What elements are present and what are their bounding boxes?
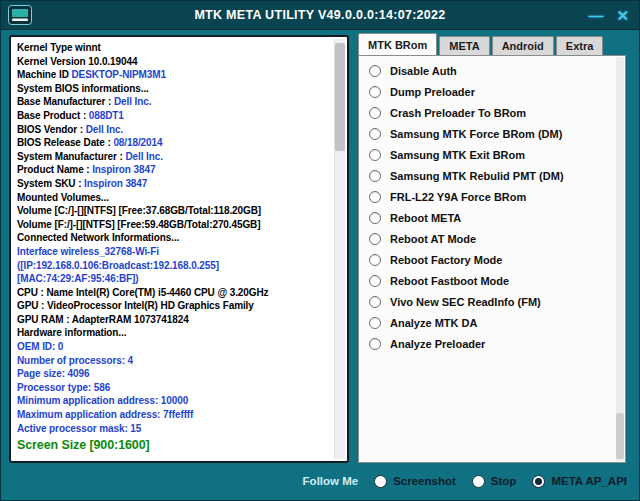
info-line: Volume [C:/]-[][NTFS] [Free:37.68GB/Tota…: [17, 204, 331, 218]
info-line: BIOS Vendor : Dell Inc.: [17, 123, 331, 137]
window-controls: — ✕: [588, 1, 629, 29]
radio-icon[interactable]: [369, 128, 381, 140]
info-line: Connected Network Informations...: [17, 231, 331, 245]
info-line: Kernel Version 10.0.19044: [17, 55, 331, 69]
option-reboot-meta[interactable]: Reboot META: [359, 207, 625, 228]
footer-radio-meta-ap-api[interactable]: META AP_API: [532, 475, 627, 488]
radio-icon[interactable]: [369, 212, 381, 224]
footer-radio-stop[interactable]: Stop: [472, 475, 517, 488]
close-button[interactable]: ✕: [616, 8, 629, 23]
option-label: Disable Auth: [390, 65, 457, 77]
radio-icon[interactable]: [369, 338, 381, 350]
tab-meta[interactable]: META: [439, 36, 489, 55]
system-info-lines: Kernel Type winntKernel Version 10.0.190…: [17, 41, 331, 458]
info-line: Machine ID DESKTOP-NIPM3M1: [17, 68, 331, 82]
info-line: Mounted Volumes...: [17, 191, 331, 205]
info-line: Minimum application address: 10000: [17, 394, 331, 408]
radio-icon[interactable]: [369, 191, 381, 203]
options-list: Disable AuthDump PreloaderCrash Preloade…: [359, 56, 625, 354]
footer-radio-label: Screenshot: [393, 475, 456, 487]
option-dump-preloader[interactable]: Dump Preloader: [359, 81, 625, 102]
radio-icon[interactable]: [369, 107, 381, 119]
window-title: MTK META UTILITY V49.0.0.0:14:07:2022: [1, 1, 639, 29]
option-reboot-at-mode[interactable]: Reboot AT Mode: [359, 228, 625, 249]
option-label: Reboot Fastboot Mode: [390, 275, 509, 287]
tab-strip: MTK BRomMETAAndroidExtra: [358, 34, 603, 55]
option-crash-preloader-to-brom[interactable]: Crash Preloader To BRom: [359, 102, 625, 123]
info-line: System SKU : Inspiron 3847: [17, 177, 331, 191]
info-line: Base Manufacturer : Dell Inc.: [17, 95, 331, 109]
option-samsung-mtk-exit-brom[interactable]: Samsung MTK Exit BRom: [359, 144, 625, 165]
options-panel: Disable AuthDump PreloaderCrash Preloade…: [358, 55, 626, 463]
info-scrollbar[interactable]: [334, 39, 345, 459]
info-line: System Manufacturer : Dell Inc.: [17, 150, 331, 164]
radio-icon[interactable]: [369, 149, 381, 161]
options-scrollbar[interactable]: [616, 57, 624, 461]
info-line: Processor type: 586: [17, 381, 331, 395]
radio-icon[interactable]: [369, 233, 381, 245]
footer-radio-label: Stop: [491, 475, 517, 487]
radio-icon[interactable]: [369, 254, 381, 266]
info-line: Base Product : 088DT1: [17, 109, 331, 123]
radio-icon[interactable]: [369, 170, 381, 182]
follow-me-label: Follow Me: [303, 475, 359, 487]
option-analyze-preloader[interactable]: Analyze Preloader: [359, 333, 625, 354]
info-line: Product Name : Inspiron 3847: [17, 163, 331, 177]
footer-radio-group: ScreenshotStopMETA AP_API: [374, 475, 627, 488]
info-line: Screen Size [900:1600]: [17, 435, 331, 454]
radio-icon[interactable]: [532, 475, 545, 488]
system-info-panel: Kernel Type winntKernel Version 10.0.190…: [9, 35, 349, 463]
info-line: CPU : Name Intel(R) Core(TM) i5-4460 CPU…: [17, 286, 331, 300]
option-label: Crash Preloader To BRom: [390, 107, 526, 119]
option-reboot-factory-mode[interactable]: Reboot Factory Mode: [359, 249, 625, 270]
info-line: OEM ID: 0: [17, 340, 331, 354]
info-line: Interface wireless_32768-Wi-Fi ([IP:192.…: [17, 245, 331, 286]
radio-icon[interactable]: [369, 317, 381, 329]
info-line: Active processor mask: 15: [17, 422, 331, 436]
tab-mtk-brom[interactable]: MTK BRom: [358, 33, 437, 55]
option-label: Reboot AT Mode: [390, 233, 476, 245]
options-scrollbar-thumb[interactable]: [616, 413, 624, 459]
option-label: Analyze MTK DA: [390, 317, 477, 329]
info-line: Maximum application address: 7ffeffff: [17, 408, 331, 422]
title-bar: MTK META UTILITY V49.0.0.0:14:07:2022 — …: [1, 1, 639, 30]
option-label: Reboot META: [390, 212, 461, 224]
radio-icon[interactable]: [369, 65, 381, 77]
footer-radio-screenshot[interactable]: Screenshot: [374, 475, 456, 488]
option-analyze-mtk-da[interactable]: Analyze MTK DA: [359, 312, 625, 333]
radio-icon[interactable]: [374, 475, 387, 488]
option-label: Samsung MTK Rebulid PMT (DM): [390, 170, 564, 182]
info-line: GPU : VideoProcessor Intel(R) HD Graphic…: [17, 299, 331, 313]
info-line: Kernel Type winnt: [17, 41, 331, 55]
option-samsung-mtk-force-brom-dm-[interactable]: Samsung MTK Force BRom (DM): [359, 123, 625, 144]
radio-icon[interactable]: [369, 275, 381, 287]
info-line: Page size: 4096: [17, 367, 331, 381]
option-vivo-new-sec-readinfo-fm-[interactable]: Vivo New SEC ReadInfo (FM): [359, 291, 625, 312]
option-label: FRL-L22 Y9A Force BRom: [390, 191, 526, 203]
info-scrollbar-thumb[interactable]: [335, 43, 345, 151]
option-label: Dump Preloader: [390, 86, 475, 98]
option-samsung-mtk-rebulid-pmt-dm-[interactable]: Samsung MTK Rebulid PMT (DM): [359, 165, 625, 186]
option-disable-auth[interactable]: Disable Auth: [359, 60, 625, 81]
tab-extra[interactable]: Extra: [556, 36, 604, 55]
tab-android[interactable]: Android: [492, 36, 554, 55]
radio-icon[interactable]: [369, 86, 381, 98]
option-label: Samsung MTK Exit BRom: [390, 149, 525, 161]
info-line: Number of processors: 4: [17, 354, 331, 368]
option-label: Samsung MTK Force BRom (DM): [390, 128, 562, 140]
footer-radio-label: META AP_API: [551, 475, 627, 487]
radio-icon[interactable]: [472, 475, 485, 488]
info-line: System BIOS informations...: [17, 82, 331, 96]
app-window: MTK META UTILITY V49.0.0.0:14:07:2022 — …: [0, 0, 640, 501]
info-line: Hardware information...: [17, 326, 331, 340]
footer-bar: Follow Me ScreenshotStopMETA AP_API: [1, 462, 639, 500]
radio-icon[interactable]: [369, 296, 381, 308]
option-label: Analyze Preloader: [390, 338, 485, 350]
option-frl-l22-y9a-force-brom[interactable]: FRL-L22 Y9A Force BRom: [359, 186, 625, 207]
info-line: Volume [F:/]-[][NTFS] [Free:59.48GB/Tota…: [17, 218, 331, 232]
info-line: GPU RAM : AdapterRAM 1073741824: [17, 313, 331, 327]
info-line: BIOS Release Date : 08/18/2014: [17, 136, 331, 150]
option-reboot-fastboot-mode[interactable]: Reboot Fastboot Mode: [359, 270, 625, 291]
minimize-button[interactable]: —: [588, 8, 603, 23]
option-label: Vivo New SEC ReadInfo (FM): [390, 296, 541, 308]
